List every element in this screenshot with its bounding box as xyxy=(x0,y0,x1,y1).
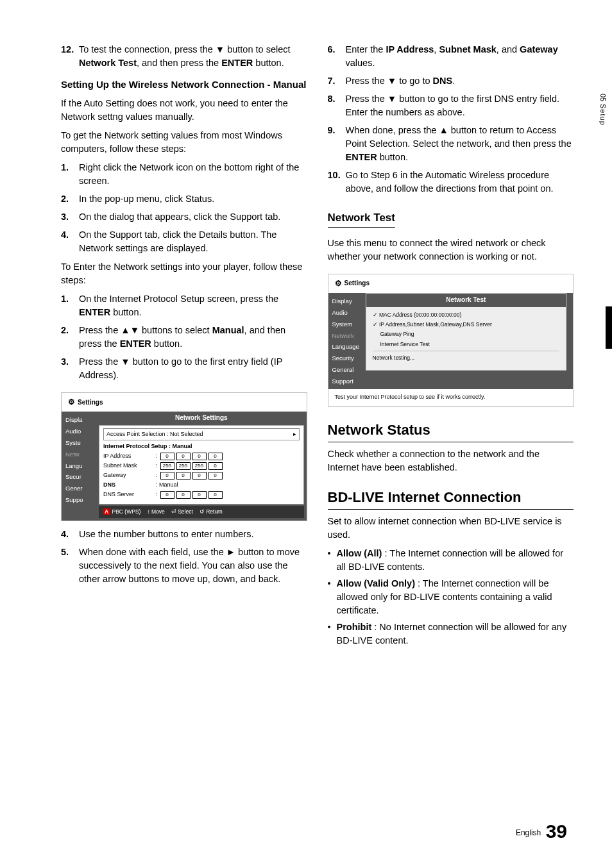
page-content: 12. To test the connection, press the ▼ … xyxy=(0,0,612,676)
octet-box[interactable]: 255 xyxy=(160,462,174,470)
subheading-manual: Setting Up the Wireless Network Connecti… xyxy=(61,78,307,92)
stepR-8: 8. Press the ▼ button to go to the first… xyxy=(328,92,574,119)
stepA: 1.Right click the Network icon on the bo… xyxy=(61,161,307,188)
nt-line: Gateway Ping xyxy=(373,330,560,338)
sidebar-item[interactable]: Suppo xyxy=(62,494,99,506)
sidebar-item[interactable]: Audio xyxy=(328,307,366,319)
stepA: 4.On the Support tab, click the Details … xyxy=(61,228,307,255)
octet-box[interactable]: 255 xyxy=(176,462,191,470)
ips-row: Internet Protocol Setup : Manual xyxy=(103,442,300,451)
stepB-2: 2. Press the ▲▼ buttons to select Manual… xyxy=(61,324,307,351)
left-column: 12. To test the connection, press the ▼ … xyxy=(61,38,307,651)
stepR-6: 6. Enter the IP Address, Subnet Mask, an… xyxy=(328,43,574,70)
octet-box[interactable]: 0 xyxy=(160,472,174,480)
right-column: 6. Enter the IP Address, Subnet Mask, an… xyxy=(328,38,574,651)
octet-box[interactable]: 0 xyxy=(192,453,207,460)
nt-status: Network testing... xyxy=(373,354,560,362)
dns-row: DNS : Manual xyxy=(103,481,300,489)
octet-box[interactable]: 0 xyxy=(192,472,207,480)
page-number: 39 xyxy=(546,821,567,842)
network-status-desc: Check whether a connection to the networ… xyxy=(328,447,574,474)
ui-network-test: ⚙ Settings DisplayAudioSystemNetworkLang… xyxy=(328,274,574,408)
bdlive-desc: Set to allow internet connection when BD… xyxy=(328,515,574,542)
ip-row: Gateway:0000 xyxy=(103,471,300,480)
stepA: 3.On the dialog that appears, click the … xyxy=(61,210,307,224)
sidebar-item[interactable]: Display xyxy=(328,296,366,307)
sidebar-item[interactable]: General xyxy=(328,364,366,376)
stepB-3: 3. Press the ▼ button to go to the first… xyxy=(61,355,307,382)
stepC: 4.Use the number buttons to enter number… xyxy=(61,528,307,541)
nt-line: MAC Address (00:00:00:00:00:00) xyxy=(373,311,560,319)
sidebar-item[interactable]: Displa xyxy=(62,414,99,426)
octet-box[interactable]: 0 xyxy=(192,491,207,499)
move-hint: ↕ Move xyxy=(147,508,164,515)
para-auto-fail: If the Auto Setting does not work, you n… xyxy=(61,97,307,124)
sidebar-item[interactable]: Network xyxy=(328,330,366,342)
heading-network-status: Network Status xyxy=(328,420,574,442)
sidebar-item[interactable]: Langu xyxy=(62,460,99,472)
ui-sidebar: DisplaAudioSysteNetwLanguSecurGenerSuppo xyxy=(62,412,99,520)
stepR-10: 10. Go to Step 6 in the Automatic Wirele… xyxy=(328,169,574,196)
octet-box[interactable]: 0 xyxy=(160,453,174,460)
ip-row: IP Address:0000 xyxy=(103,452,300,460)
nt-title: Network Test xyxy=(366,294,566,307)
ui-sidebar-2: DisplayAudioSystemNetworkLanguageSecurit… xyxy=(328,293,366,389)
page-footer: English 39 xyxy=(516,821,567,842)
para-enter-settings: To Enter the Network settings into your … xyxy=(61,260,307,287)
bd-item: •Prohibit : No Internet connection will … xyxy=(328,621,574,647)
bd-item: •Allow (All) : The Internet connection w… xyxy=(328,547,574,574)
ip-row: Subnet Mask:2552552550 xyxy=(103,462,300,470)
step-12: 12. To test the connection, press the ▼ … xyxy=(61,43,307,70)
octet-box[interactable]: 0 xyxy=(160,491,174,499)
nt-popup: Network Test MAC Address (00:00:00:00:00… xyxy=(366,293,567,371)
gear-icon: ⚙ xyxy=(335,278,342,289)
ui-popup: Access Point Selection : Not Selected ▸ … xyxy=(99,425,304,505)
bd-item: •Allow (Valid Only) : The Internet conne… xyxy=(328,577,574,617)
octet-box[interactable]: 0 xyxy=(176,453,191,460)
sidebar-item[interactable]: System xyxy=(328,319,366,330)
gear-icon: ⚙ xyxy=(68,397,75,408)
network-test-desc: Use this menu to connect the wired netwo… xyxy=(328,237,574,263)
heading-network-test: Network Test xyxy=(328,210,396,228)
sidebar-item[interactable]: Gener xyxy=(62,483,99,494)
panel-title: Network Settings xyxy=(99,412,304,425)
octet-box[interactable]: 255 xyxy=(192,462,207,470)
octet-box[interactable]: 0 xyxy=(176,491,191,499)
red-a-icon[interactable]: A xyxy=(103,508,110,515)
stepB-1: 1. On the Internet Protocol Setup screen… xyxy=(61,292,307,319)
ui-title: Settings xyxy=(78,398,103,408)
return-hint: ↺ Return xyxy=(200,508,223,515)
ui-button-bar: A PBC (WPS) ↕ Move ⏎ Select ↺ Return xyxy=(99,506,304,517)
nt-line: IP Address,Subnet Mask,Gateway,DNS Serve… xyxy=(373,321,560,328)
octet-box[interactable]: 0 xyxy=(208,462,223,470)
para-get-values: To get the Network setting values from m… xyxy=(61,129,307,156)
octet-box[interactable]: 0 xyxy=(208,472,223,480)
stepR-7: 7. Press the ▼ to go to DNS. xyxy=(328,74,574,88)
ui-network-settings: ⚙ Settings DisplaAudioSysteNetwLanguSecu… xyxy=(61,392,307,521)
stepA: 2.In the pop-up menu, click Status. xyxy=(61,192,307,206)
sidebar-item[interactable]: Language xyxy=(328,341,366,353)
sidebar-item[interactable]: Netw xyxy=(62,449,99,460)
ui-title-2: Settings xyxy=(344,279,370,288)
sidebar-item[interactable]: Audio xyxy=(62,426,99,437)
octet-box[interactable]: 0 xyxy=(176,472,191,480)
octet-box[interactable]: 0 xyxy=(208,453,223,460)
chevron-right-icon: ▸ xyxy=(293,430,296,438)
nt-line: Internet Service Test xyxy=(373,340,560,348)
dns-server-row: DNS Server : 0000 xyxy=(103,490,300,499)
stepR-9: 9. When done, press the ▲ button to retu… xyxy=(328,124,574,164)
sidebar-item[interactable]: Security xyxy=(328,353,366,364)
aps-row[interactable]: Access Point Selection : Not Selected ▸ xyxy=(103,428,300,440)
ui-head: ⚙ Settings xyxy=(62,393,307,412)
sidebar-item[interactable]: Syste xyxy=(62,437,99,449)
octet-box[interactable]: 0 xyxy=(208,491,223,499)
sidebar-item[interactable]: Support xyxy=(328,376,366,387)
nt-note: Test your Internet Protocol setup to see… xyxy=(328,389,574,406)
sidebar-item[interactable]: Secur xyxy=(62,471,99,483)
select-hint: ⏎ Select xyxy=(171,508,193,515)
stepC: 5.When done with each field, use the ► b… xyxy=(61,546,307,586)
ui-head-2: ⚙ Settings xyxy=(328,274,574,293)
heading-bdlive: BD-LIVE Internet Connection xyxy=(328,487,574,510)
footer-lang: English xyxy=(516,828,541,837)
